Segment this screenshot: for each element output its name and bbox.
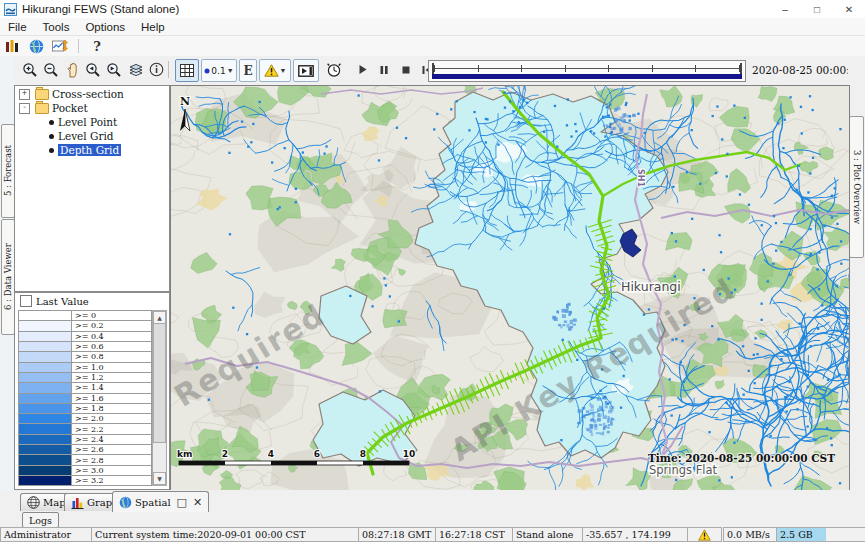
help-button[interactable]: ? [85, 37, 109, 55]
status-network-speed: 0.0 MB/s [723, 527, 778, 542]
legend-class-label: >= 2.0 [72, 413, 152, 423]
map-display-button[interactable] [24, 37, 48, 55]
status-memory: 2.5 GB [776, 527, 865, 542]
status-system-time: Current system time:2020-09-01 00:00 CST [91, 527, 360, 542]
tree-item-pocket[interactable]: -Pocket [15, 102, 169, 114]
stop-button[interactable] [396, 59, 416, 80]
legend-class-label: >= 2.4 [72, 434, 152, 444]
legend-row[interactable]: >= 2.2 [18, 423, 152, 433]
warning-icon [698, 529, 711, 541]
minimize-button[interactable]: – [769, 0, 801, 18]
movie-icon [298, 65, 314, 77]
pan-button[interactable] [62, 59, 82, 80]
tab-data-viewer[interactable]: 6 : Data Viewer [1, 219, 15, 335]
legend-row[interactable]: >= 0.2 [18, 320, 152, 330]
legend-class-list: >= 0>= 0.2>= 0.4>= 0.6>= 0.8>= 1.0>= 1.2… [18, 310, 152, 486]
legend-row[interactable]: >= 1.2 [18, 372, 152, 382]
legend-row[interactable]: >= 3.0 [18, 465, 152, 475]
zoom-out-button[interactable] [41, 59, 61, 80]
timeseries-dialog-button[interactable] [48, 37, 72, 55]
menu-options[interactable]: Options [77, 21, 133, 33]
legend-class-label: >= 1.4 [72, 382, 152, 392]
legend-button[interactable]: E [239, 59, 257, 82]
close-tab-icon[interactable]: ✕ [193, 496, 202, 509]
last-value-checkbox[interactable] [20, 295, 32, 307]
legend-color-swatch [18, 475, 72, 486]
tab-plot-overview[interactable]: 3 : Plot Overview [849, 116, 864, 258]
legend-row[interactable]: >= 1.4 [18, 382, 152, 392]
warning-thresholds-dropdown[interactable]: ▼ [259, 59, 291, 82]
map-toolbar: 0.1 ▼ E ▼ [14, 56, 848, 85]
tree-expander-icon[interactable]: + [19, 89, 30, 100]
town-label: Hikurangi [621, 279, 681, 294]
tree-item-level-point[interactable]: Level Point [15, 116, 169, 128]
menu-help[interactable]: Help [133, 21, 173, 33]
legend-color-swatch [18, 341, 72, 351]
title-bar[interactable]: Hikurangi FEWS (Stand alone) – □ ✕ [0, 0, 865, 18]
time-navigator-button[interactable] [323, 59, 345, 80]
globe-icon [119, 496, 132, 509]
scale-tick-label: 6 [314, 449, 320, 459]
scale-tick-label: 8 [360, 449, 366, 459]
layers-button[interactable] [126, 59, 146, 80]
legend-row[interactable]: >= 2.8 [18, 454, 152, 464]
legend-row[interactable]: >= 3.2 [18, 475, 152, 486]
play-button[interactable] [352, 59, 372, 80]
legend-color-swatch [18, 393, 72, 403]
scroll-down-icon[interactable]: ▼ [153, 472, 166, 485]
legend-row[interactable]: >= 0.8 [18, 351, 152, 361]
logs-button[interactable]: Logs [22, 512, 59, 528]
close-button[interactable]: ✕ [833, 0, 865, 18]
node-bullet-icon [49, 134, 54, 139]
previous-zoom-button[interactable] [83, 59, 103, 80]
tree-expander-icon[interactable]: - [19, 103, 30, 114]
tree-item-label: Depth Grid [58, 144, 121, 156]
legend-scrollbar[interactable]: ▲ ▼ [152, 310, 167, 486]
grid-display-button[interactable] [175, 59, 199, 82]
status-warning-cell[interactable] [687, 527, 722, 542]
legend-row[interactable]: >= 2.4 [18, 434, 152, 444]
bar-columns-icon [5, 39, 20, 53]
legend-color-swatch [18, 423, 72, 433]
info-button[interactable] [146, 59, 166, 80]
status-user: Administrator [0, 527, 94, 542]
legend-color-swatch [18, 310, 72, 320]
maximize-tab-icon[interactable]: □ [177, 496, 187, 509]
legend-title: Last Value [36, 296, 89, 307]
legend-class-label: >= 1.2 [72, 372, 152, 382]
legend-row[interactable]: >= 2.6 [18, 444, 152, 454]
tab-spatial[interactable]: Spatial □ ✕ [112, 491, 209, 512]
pause-button[interactable] [374, 59, 394, 80]
animation-dialog-button[interactable] [293, 59, 319, 82]
time-slider-end-handle[interactable] [740, 63, 742, 74]
tree-item-cross-section[interactable]: +Cross-section [15, 88, 169, 100]
legend-row[interactable]: >= 0.4 [18, 331, 152, 341]
legend-row[interactable]: >= 0 [18, 310, 152, 320]
tree-item-level-grid[interactable]: Level Grid [15, 130, 169, 142]
legend-row[interactable]: >= 1.0 [18, 362, 152, 372]
alarm-clock-icon [326, 62, 342, 78]
question-mark-icon: ? [93, 39, 101, 54]
map-canvas[interactable]: API Key Required API Key Required Hikura… [170, 85, 850, 492]
legend-row[interactable]: >= 0.6 [18, 341, 152, 351]
legend-row[interactable]: >= 2.0 [18, 413, 152, 423]
hand-icon [65, 62, 80, 78]
menu-tools[interactable]: Tools [35, 21, 78, 33]
legend-color-swatch [18, 434, 72, 444]
maximize-button[interactable]: □ [801, 0, 833, 18]
scale-tick-label: 2 [222, 449, 228, 459]
tab-forecast[interactable]: 5 : Forecast [1, 124, 15, 218]
legend-color-swatch [18, 444, 72, 454]
tree-item-depth-grid[interactable]: Depth Grid [15, 144, 169, 156]
time-slider[interactable] [428, 60, 746, 82]
menu-file[interactable]: File [0, 21, 35, 33]
scrollbar-thumb[interactable] [153, 323, 166, 443]
zoom-in-button[interactable] [20, 59, 40, 80]
database-viewer-button[interactable] [0, 37, 24, 55]
legend-row[interactable]: >= 1.6 [18, 393, 152, 403]
legend-row[interactable]: >= 1.8 [18, 403, 152, 413]
next-zoom-button[interactable] [104, 59, 124, 80]
status-bar: Administrator Current system time:2020-0… [0, 527, 865, 542]
layer-tree-panel: +Cross-section-PocketLevel PointLevel Gr… [14, 85, 170, 292]
contour-interval-dropdown[interactable]: 0.1 ▼ [201, 59, 237, 82]
